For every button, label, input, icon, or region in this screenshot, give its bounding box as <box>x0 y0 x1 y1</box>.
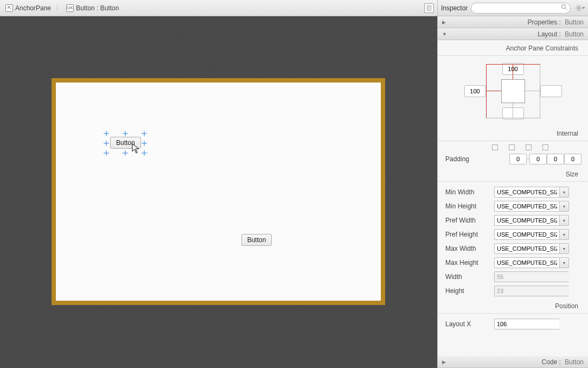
chevron-down-icon[interactable]: ▾ <box>559 257 569 268</box>
group-position-title: Position <box>438 298 588 312</box>
width-readonly <box>494 271 569 282</box>
button-icon: OK <box>66 4 74 12</box>
section-code[interactable]: ▶ Code : Button <box>438 356 588 368</box>
breadcrumb-label: AnchorPane <box>15 4 51 12</box>
padding-label: Padding <box>445 155 490 163</box>
padding-icons-row <box>438 144 588 152</box>
pad-top-icon <box>492 144 498 150</box>
pad-left-icon <box>542 144 548 150</box>
chevron-down-icon[interactable]: ▾ <box>559 201 569 212</box>
pad-bottom-icon <box>526 144 532 150</box>
height-readonly <box>494 285 569 296</box>
anchor-pane-canvas[interactable]: Button Button <box>56 83 381 301</box>
gear-icon <box>575 4 583 12</box>
svg-line-30 <box>580 5 581 6</box>
padding-right-input[interactable] <box>529 154 547 164</box>
chevron-down-icon: ▾ <box>583 5 585 10</box>
root-pane[interactable]: Button Button <box>52 78 385 305</box>
chevron-down-icon[interactable]: ▾ <box>559 243 569 254</box>
anchor-left-input[interactable] <box>464 85 486 97</box>
resize-handle-sw[interactable] <box>104 150 109 155</box>
padding-top-input[interactable] <box>509 154 527 164</box>
canvas-viewport[interactable]: Button Button <box>0 16 437 368</box>
section-properties[interactable]: ▶ Properties : Button <box>438 16 588 28</box>
max-width-combo[interactable]: ▾ <box>494 243 569 254</box>
svg-point-20 <box>562 4 566 8</box>
anchorpane-icon: ⇱ <box>5 4 13 12</box>
resize-handle-w[interactable] <box>104 140 109 145</box>
anchor-right-input[interactable] <box>540 85 562 97</box>
layout-body: Anchor Pane Constraints <box>438 40 588 356</box>
resize-handle-e[interactable] <box>142 140 147 145</box>
breadcrumb-bar: ⇱ AnchorPane 〉 OK Button : Button <box>0 0 437 16</box>
button-1[interactable]: Button <box>110 137 141 149</box>
resize-handle-n[interactable] <box>123 130 128 136</box>
resize-handle-se[interactable] <box>142 150 147 155</box>
inspector-header: Inspector ▾ <box>438 0 588 16</box>
padding-row: Padding › <box>438 152 588 166</box>
inspector-panel: Inspector ▾ ▶ Properties : Button ▼ Layo… <box>437 0 588 368</box>
svg-line-21 <box>565 8 567 10</box>
min-width-combo[interactable]: ▾ <box>494 187 569 198</box>
padding-bottom-input[interactable] <box>547 154 564 164</box>
pref-height-combo[interactable]: ▾ <box>494 229 569 240</box>
settings-menu-button[interactable]: ▾ <box>575 4 585 12</box>
breadcrumb-anchorpane[interactable]: ⇱ AnchorPane <box>3 3 53 13</box>
layout-x-input[interactable] <box>494 319 559 329</box>
button-2[interactable]: Button <box>241 234 272 246</box>
pad-right-icon <box>509 144 515 150</box>
search-input[interactable] <box>471 3 571 14</box>
svg-point-22 <box>578 7 580 9</box>
padding-left-input[interactable] <box>564 154 581 164</box>
anchor-constraint-diagram <box>438 59 588 125</box>
resize-handle-ne[interactable] <box>142 130 147 136</box>
design-area: ⇱ AnchorPane 〉 OK Button : Button Button… <box>0 0 437 368</box>
search-icon <box>561 4 567 12</box>
collapse-icon: ▼ <box>442 31 448 37</box>
anchor-visual[interactable] <box>486 64 540 118</box>
chevron-right-icon: 〉 <box>55 3 62 12</box>
chain-icon: › <box>527 156 529 162</box>
breadcrumb-button[interactable]: OK Button : Button <box>64 3 121 13</box>
inspector-title: Inspector <box>441 4 468 12</box>
expand-icon: ▶ <box>442 359 448 365</box>
pref-width-combo[interactable]: ▾ <box>494 215 569 226</box>
resize-handle-s[interactable] <box>123 150 128 155</box>
inspector-search[interactable] <box>471 3 571 14</box>
group-size-title: Size <box>438 166 588 180</box>
expand-icon: ▶ <box>442 20 448 25</box>
svg-line-27 <box>577 5 577 6</box>
resize-handle-nw[interactable] <box>104 130 109 136</box>
chevron-down-icon[interactable]: ▾ <box>559 215 569 226</box>
breadcrumb-label: Button : Button <box>76 4 119 12</box>
group-anchor-title: Anchor Pane Constraints <box>438 40 588 54</box>
group-internal-title: Internal <box>438 125 588 139</box>
svg-line-29 <box>577 9 577 10</box>
chevron-down-icon[interactable]: ▾ <box>559 187 569 198</box>
chevron-down-icon[interactable]: ▾ <box>559 229 569 240</box>
section-layout[interactable]: ▼ Layout : Button <box>438 28 588 40</box>
document-icon[interactable] <box>424 3 434 13</box>
svg-line-28 <box>580 9 581 10</box>
max-height-combo[interactable]: ▾ <box>494 257 569 268</box>
min-height-combo[interactable]: ▾ <box>494 201 569 212</box>
